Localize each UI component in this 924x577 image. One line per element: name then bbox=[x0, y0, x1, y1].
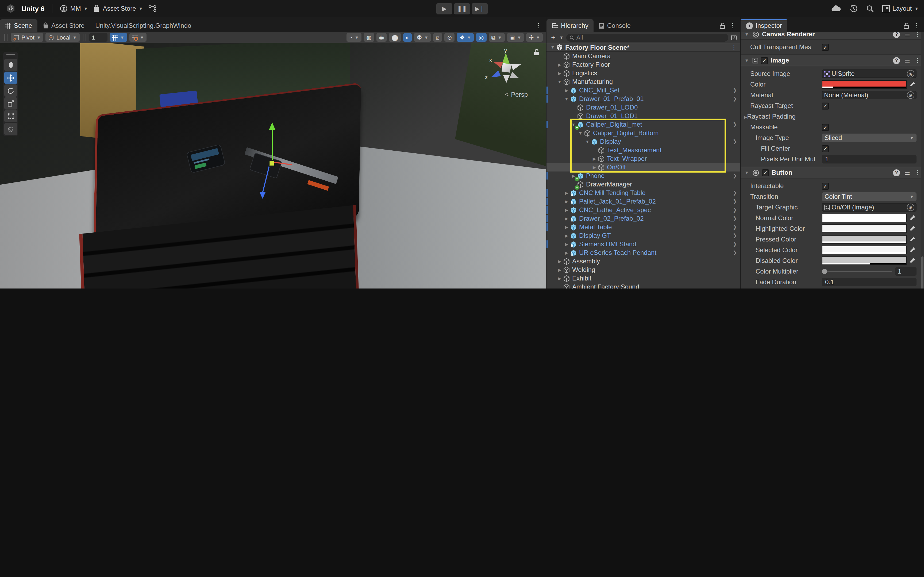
prefab-open-chevron-icon[interactable]: ❯ bbox=[733, 96, 737, 102]
prefab-open-chevron-icon[interactable]: ❯ bbox=[733, 242, 737, 247]
dropdown[interactable]: Color Tint▼ bbox=[822, 192, 916, 201]
view-options-dropdown[interactable]: ◔▼ bbox=[346, 33, 362, 42]
foldout-icon[interactable]: ▼ bbox=[744, 58, 750, 63]
presets-icon[interactable]: ⚌ bbox=[904, 32, 910, 38]
foldout-icon[interactable]: ▼ bbox=[557, 79, 562, 84]
panel-menu-icon[interactable]: ⋮ bbox=[913, 22, 920, 29]
prefab-open-chevron-icon[interactable]: ❯ bbox=[733, 199, 737, 204]
hierarchy-item-ur-eseries-teach-pendant[interactable]: ▶UR eSeries Teach Pendant❯ bbox=[546, 248, 740, 257]
slider[interactable]: 1 bbox=[822, 267, 916, 276]
enable-checkbox[interactable]: ✓ bbox=[761, 57, 768, 64]
help-icon[interactable]: ? bbox=[893, 57, 900, 64]
object-field[interactable]: None (Material)◉ bbox=[822, 91, 916, 99]
layout-dropdown[interactable]: Layout▼ bbox=[882, 5, 919, 12]
shading-shaded-button[interactable]: ⬤ bbox=[389, 33, 401, 42]
tab-scene[interactable]: Scene bbox=[0, 19, 37, 32]
inspector-scrollbar[interactable] bbox=[921, 32, 924, 288]
hierarchy-item-pallet-jack-01-prefab-02[interactable]: ▶Pallet_Jack_01_Prefab_02❯ bbox=[546, 197, 740, 206]
foldout-icon[interactable]: ▶ bbox=[564, 233, 569, 238]
foldout-icon[interactable]: ▼ bbox=[744, 170, 750, 175]
panel-menu-icon[interactable]: ⋮ bbox=[535, 22, 542, 29]
eyedropper-icon[interactable] bbox=[908, 256, 916, 265]
canvas-renderer-header[interactable]: ▼ Canvas Renderer ?⚌⋮ bbox=[741, 32, 924, 40]
object-picker-icon[interactable]: ◉ bbox=[907, 91, 914, 99]
scale-tool[interactable] bbox=[4, 97, 17, 110]
object-field[interactable]: UISprite◉ bbox=[822, 69, 916, 78]
lighting-toggle[interactable]: ◐ bbox=[403, 33, 412, 42]
prefab-open-chevron-icon[interactable]: ❯ bbox=[733, 250, 737, 255]
foldout-icon[interactable]: ▶ bbox=[557, 71, 562, 76]
object-picker-icon[interactable]: ◉ bbox=[907, 203, 914, 211]
unlock-icon[interactable] bbox=[904, 23, 909, 29]
asset-store-menu[interactable]: Asset Store▼ bbox=[93, 5, 143, 12]
help-icon[interactable]: ? bbox=[893, 169, 900, 176]
foldout-icon[interactable]: ▶ bbox=[564, 208, 569, 212]
debug-dropdown[interactable]: ⚉▼ bbox=[414, 33, 431, 42]
input-field[interactable]: 1 bbox=[822, 155, 916, 163]
kebab-icon[interactable]: ⋮ bbox=[914, 56, 921, 64]
button-component-header[interactable]: ▼✓Button?⚌⋮ bbox=[741, 167, 924, 179]
eyedropper-icon[interactable] bbox=[908, 224, 916, 233]
foldout-icon[interactable]: ▶ bbox=[557, 62, 562, 67]
transform-tool[interactable] bbox=[4, 123, 17, 135]
create-dropdown-icon[interactable]: ▼ bbox=[559, 35, 564, 40]
gizmo-y-axis[interactable] bbox=[271, 129, 273, 160]
grid-size-field[interactable]: 1 bbox=[89, 33, 107, 42]
checkbox[interactable]: ✓ bbox=[822, 145, 829, 152]
hierarchy-search-input[interactable]: All bbox=[566, 34, 728, 41]
hierarchy-item-factory-floor-scene-[interactable]: ▼Factory Floor Scene*⋮ bbox=[546, 43, 740, 52]
unlock-icon[interactable] bbox=[720, 23, 725, 29]
rotate-tool[interactable] bbox=[4, 84, 17, 97]
kebab-icon[interactable]: ⋮ bbox=[914, 32, 921, 38]
expand-window-icon[interactable] bbox=[731, 34, 737, 40]
tab-console[interactable]: Console bbox=[594, 19, 636, 32]
effects-dropdown[interactable]: ❖▼ bbox=[457, 33, 474, 42]
pivot-dropdown[interactable]: Pivot▼ bbox=[11, 33, 44, 42]
foldout-icon[interactable]: ▼ bbox=[564, 97, 569, 101]
cloud-icon[interactable] bbox=[832, 5, 841, 12]
kebab-icon[interactable]: ⋮ bbox=[914, 169, 921, 176]
snap-settings-dropdown[interactable]: ▼ bbox=[129, 33, 147, 42]
color-swatch[interactable] bbox=[822, 224, 907, 233]
hierarchy-item-exhibit[interactable]: ▶Exhibit bbox=[546, 274, 740, 283]
hierarchy-item-display[interactable]: ▼Display❯ bbox=[546, 137, 740, 146]
hierarchy-item-logistics[interactable]: ▶Logistics bbox=[546, 69, 740, 77]
hierarchy-item-phone[interactable]: ▶+Phone❯ bbox=[546, 171, 740, 180]
tab-asset-store[interactable]: Asset Store bbox=[37, 19, 90, 32]
foldout-icon[interactable]: ▶ bbox=[564, 242, 569, 247]
checkbox[interactable]: ✓ bbox=[822, 44, 829, 50]
foldout-icon[interactable]: ▶ bbox=[591, 156, 597, 161]
drag-handle[interactable] bbox=[82, 34, 86, 41]
dropdown[interactable]: Sliced▼ bbox=[822, 134, 916, 142]
scene-viewport[interactable]: ↻ ⚌ ▦ ◑ ◈ ✥ y x z bbox=[0, 43, 546, 288]
hierarchy-item-cnc-lathe-active-spec[interactable]: ▶CNC_Lathe_Active_spec❯ bbox=[546, 206, 740, 214]
hierarchy-item-caliper-digital-bottom[interactable]: ▼Caliper_Digital_Bottom bbox=[546, 129, 740, 137]
hand-tool[interactable] bbox=[4, 59, 17, 71]
account-menu[interactable]: MM▼ bbox=[60, 5, 88, 12]
foldout-icon[interactable]: ▶ bbox=[564, 225, 569, 229]
hierarchy-item-metal-table[interactable]: ▶Metal Table❯ bbox=[546, 223, 740, 231]
gizmos-dropdown[interactable]: ✣▼ bbox=[526, 33, 543, 42]
foldout-icon[interactable]: ▶ bbox=[557, 276, 562, 281]
eyedropper-icon[interactable] bbox=[908, 80, 916, 89]
panel-menu-icon[interactable]: ⋮ bbox=[729, 22, 736, 29]
hierarchy-item-manufacturing[interactable]: ▼Manufacturing bbox=[546, 77, 740, 86]
color-swatch[interactable] bbox=[822, 214, 907, 222]
eyedropper-icon[interactable] bbox=[908, 246, 916, 254]
foldout-icon[interactable]: ▶ bbox=[564, 199, 569, 204]
prefab-open-chevron-icon[interactable]: ❯ bbox=[733, 122, 737, 127]
hierarchy-item-siemens-hmi-stand[interactable]: ▶Siemens HMI Stand❯ bbox=[546, 240, 740, 248]
camera-dropdown[interactable]: ▣▼ bbox=[507, 33, 524, 42]
search-icon[interactable] bbox=[866, 5, 874, 12]
hierarchy-item-main-camera[interactable]: Main Camera bbox=[546, 52, 740, 60]
rect-tool[interactable] bbox=[4, 110, 17, 122]
perspective-label[interactable]: <Persp bbox=[505, 90, 528, 98]
hierarchy-item-ambient-factory-sound[interactable]: Ambient Factory Sound bbox=[546, 283, 740, 288]
checkbox[interactable]: ✓ bbox=[822, 182, 829, 189]
hierarchy-item-assembly[interactable]: ▶Assembly bbox=[546, 257, 740, 266]
checkbox[interactable]: ✓ bbox=[822, 102, 829, 109]
pause-button[interactable]: ❚❚ bbox=[454, 3, 470, 14]
foldout-icon[interactable]: ▶ bbox=[557, 259, 562, 264]
color-swatch[interactable] bbox=[822, 235, 907, 243]
prefab-open-chevron-icon[interactable]: ❯ bbox=[733, 207, 737, 213]
